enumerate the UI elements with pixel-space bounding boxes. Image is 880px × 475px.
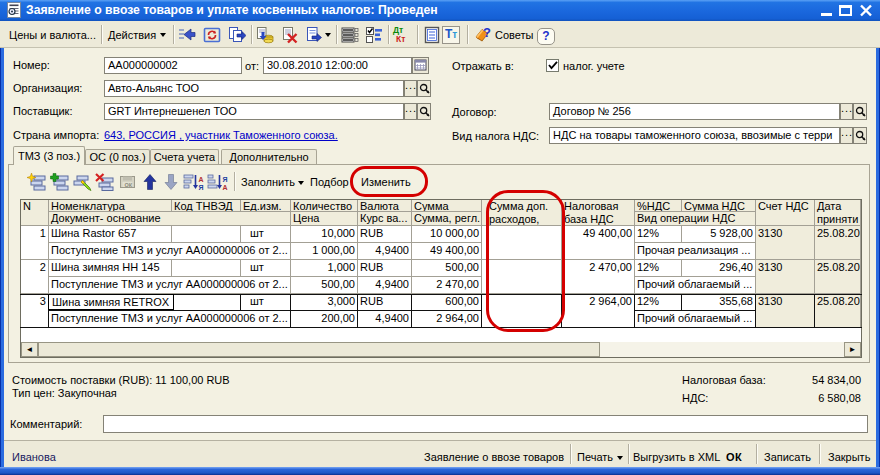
svg-text:А: А (223, 184, 228, 191)
svg-text:ОК: ОК (125, 182, 133, 188)
svg-text:А: А (199, 176, 204, 183)
svg-text:Я: Я (223, 176, 228, 183)
svg-text:Я: Я (199, 184, 204, 191)
